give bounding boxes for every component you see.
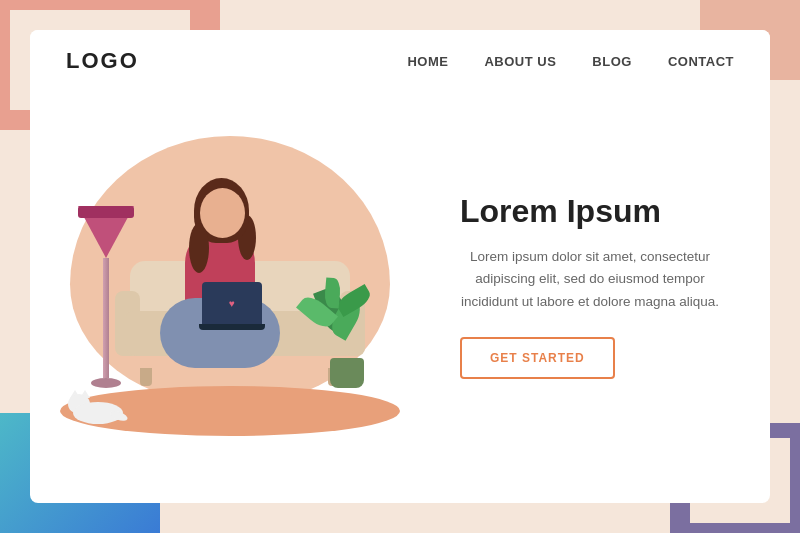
laptop <box>202 282 265 330</box>
laptop-screen <box>202 282 262 324</box>
cat <box>68 396 128 424</box>
nav-links: HOME ABOUT US BLOG CONTACT <box>407 52 734 70</box>
lamp-base <box>91 378 121 388</box>
hero-description: Lorem ipsum dolor sit amet, consectetur … <box>460 246 720 313</box>
nav-link-about[interactable]: ABOUT US <box>484 54 556 69</box>
nav-item-home[interactable]: HOME <box>407 52 448 70</box>
floor-lamp <box>78 206 134 388</box>
nav-item-blog[interactable]: BLOG <box>592 52 632 70</box>
nav-link-blog[interactable]: BLOG <box>592 54 632 69</box>
nav-item-contact[interactable]: CONTACT <box>668 52 734 70</box>
plant-leaves <box>295 278 375 358</box>
nav-link-contact[interactable]: CONTACT <box>668 54 734 69</box>
navbar: LOGO HOME ABOUT US BLOG CONTACT <box>30 30 770 92</box>
illustration <box>50 106 430 466</box>
laptop-base <box>199 324 265 330</box>
text-area: Lorem Ipsum Lorem ipsum dolor sit amet, … <box>430 173 730 399</box>
person <box>150 198 300 398</box>
person-head <box>200 188 245 238</box>
hero-title: Lorem Ipsum <box>460 193 720 230</box>
plant <box>318 278 375 388</box>
plant-pot <box>330 358 364 388</box>
lamp-pole <box>103 258 109 378</box>
lamp-shade <box>78 206 134 258</box>
nav-item-about[interactable]: ABOUT US <box>484 52 556 70</box>
nav-link-home[interactable]: HOME <box>407 54 448 69</box>
logo: LOGO <box>66 48 139 74</box>
cta-button[interactable]: GET STARTED <box>460 337 615 379</box>
content-area: Lorem Ipsum Lorem ipsum dolor sit amet, … <box>30 92 770 500</box>
main-card: LOGO HOME ABOUT US BLOG CONTACT <box>30 30 770 503</box>
leaf-5 <box>324 277 342 308</box>
